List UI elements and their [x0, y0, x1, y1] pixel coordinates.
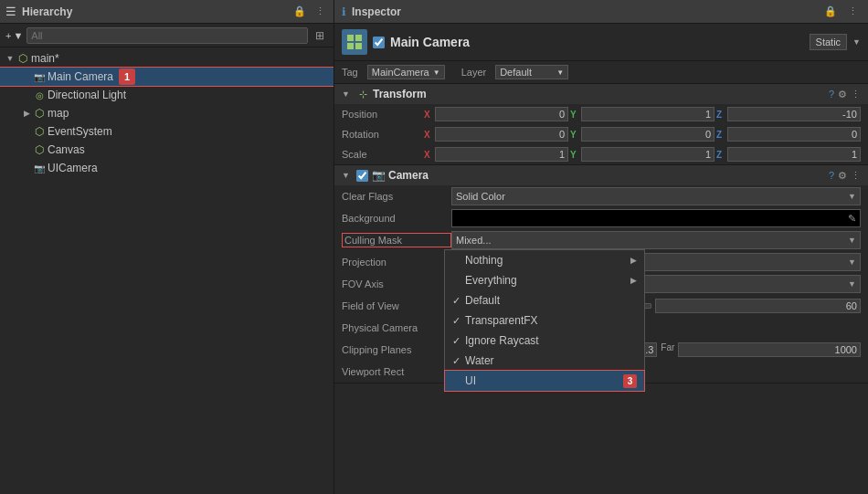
- position-x-axis-label: X: [424, 110, 433, 120]
- transform-help-icon[interactable]: ?: [829, 89, 834, 100]
- culling-mask-arrow: ▼: [848, 236, 856, 245]
- camera-icon-ui: 📷: [33, 162, 46, 174]
- clear-flags-row: Clear Flags Solid Color ▼: [334, 185, 868, 207]
- popup-item-ignore-raycast[interactable]: ✓ Ignore Raycast: [445, 331, 644, 351]
- add-button[interactable]: + ▼: [5, 30, 23, 41]
- popup-label-default: Default: [465, 294, 637, 307]
- inspector-header: ℹ Inspector 🔒 ⋮: [334, 0, 868, 24]
- tag-layer-row: Tag MainCamera ▼ Layer Default ▼: [334, 61, 868, 84]
- more-icon[interactable]: ⋮: [312, 4, 328, 20]
- position-y-axis-label: Y: [570, 110, 579, 120]
- popup-item-transparent-fx[interactable]: ✓ TransparentFX: [445, 310, 644, 331]
- camera-icon-main: 📷: [33, 70, 46, 83]
- position-y-input[interactable]: [581, 107, 715, 121]
- background-label: Background: [342, 213, 451, 224]
- tree-item-main[interactable]: ▼ ⬡ main*: [0, 49, 333, 68]
- camera-help-icon[interactable]: ?: [829, 170, 834, 181]
- transform-menu-icon[interactable]: ⋮: [851, 89, 861, 100]
- tree-label-ui-camera: UICamera: [48, 162, 98, 174]
- svg-rect-3: [355, 43, 362, 49]
- tree-item-canvas[interactable]: ⬡ Canvas: [0, 141, 333, 159]
- transform-section: ▼ ⊹ Transform ? ⚙ ⋮ Position X: [334, 84, 868, 165]
- tree-arrow-canvas: [20, 143, 33, 156]
- search-options-icon[interactable]: ⊞: [312, 27, 328, 44]
- everything-arrow: ▶: [630, 276, 637, 285]
- position-label: Position: [342, 109, 424, 120]
- static-arrow-icon[interactable]: ▼: [852, 37, 861, 47]
- search-input[interactable]: [26, 27, 308, 44]
- camera-menu-icon[interactable]: ⋮: [851, 170, 861, 182]
- tag-dropdown[interactable]: MainCamera ▼: [367, 65, 445, 79]
- popup-label-transparent-fx: TransparentFX: [465, 314, 637, 327]
- layer-label: Layer: [461, 67, 487, 78]
- tree-arrow-map: ▶: [20, 107, 33, 120]
- culling-mask-value: Mixed... ▼: [451, 231, 861, 249]
- transform-header[interactable]: ▼ ⊹ Transform ? ⚙ ⋮: [334, 84, 868, 104]
- nothing-arrow: ▶: [630, 256, 637, 265]
- camera-settings-icon[interactable]: ⚙: [838, 170, 847, 182]
- rotation-x-input[interactable]: [435, 127, 568, 142]
- tree-item-ui-camera[interactable]: 📷 UICamera: [0, 159, 333, 177]
- scale-z-input[interactable]: [727, 147, 861, 162]
- object-active-checkbox[interactable]: [373, 37, 385, 48]
- lock-icon[interactable]: 🔒: [291, 4, 308, 20]
- hierarchy-header: ☰ Hierarchy 🔒 ⋮: [0, 0, 333, 24]
- rotation-z-axis-label: Z: [716, 130, 725, 140]
- hierarchy-toolbar: + ▼ ⊞: [0, 24, 333, 47]
- scale-z-field: Z: [716, 147, 861, 162]
- tree-label-main-camera: Main Camera: [48, 70, 113, 83]
- gameobject-icon-eventsystem: ⬡: [33, 125, 46, 138]
- clear-flags-label: Clear Flags: [342, 191, 451, 202]
- position-row: Position X Y Z: [334, 104, 868, 124]
- scale-x-input[interactable]: [435, 147, 568, 162]
- background-value: ✎: [451, 209, 861, 227]
- clipping-planes-label: Clipping Planes: [342, 344, 451, 355]
- clipping-far-input[interactable]: [678, 342, 861, 357]
- hierarchy-header-icons: 🔒 ⋮: [291, 4, 328, 20]
- transform-tools: ? ⚙ ⋮: [829, 89, 861, 100]
- culling-mask-label: Culling Mask: [342, 233, 451, 247]
- tree-label-main: main*: [31, 52, 59, 65]
- popup-item-ui[interactable]: UI 3: [445, 371, 644, 391]
- tree-item-map[interactable]: ▶ ⬡ map: [0, 104, 333, 122]
- popup-item-everything[interactable]: Everything ▶: [445, 270, 644, 290]
- layer-dropdown-arrow: ▼: [556, 68, 564, 77]
- tree-arrow-light: [20, 89, 33, 101]
- tree-item-event-system[interactable]: ⬡ EventSystem: [0, 122, 333, 141]
- camera-header[interactable]: ▼ 📷 Camera ? ⚙ ⋮: [334, 165, 868, 185]
- tree-item-directional-light[interactable]: ◎ Directional Light: [0, 86, 333, 104]
- transform-icon: ⊹: [356, 88, 369, 100]
- transform-settings-icon[interactable]: ⚙: [838, 89, 847, 100]
- tree-arrow-eventsystem: [20, 125, 33, 138]
- inspector-lock-icon[interactable]: 🔒: [822, 4, 839, 20]
- culling-mask-row: Culling Mask Mixed... ▼ Nothing ▶: [334, 229, 868, 251]
- popup-item-default[interactable]: ✓ Default: [445, 290, 644, 310]
- gameobject-icon-canvas: ⬡: [33, 143, 46, 156]
- clear-flags-dropdown[interactable]: Solid Color ▼: [451, 187, 861, 205]
- scale-y-input[interactable]: [581, 147, 715, 162]
- rotation-y-field: Y: [570, 127, 715, 142]
- static-button[interactable]: Static: [810, 34, 848, 50]
- fov-input[interactable]: [655, 299, 861, 313]
- info-icon: ℹ: [342, 5, 346, 18]
- gameobject-icon-map: ⬡: [33, 107, 46, 120]
- position-fields: X Y Z: [424, 107, 861, 121]
- popup-item-nothing[interactable]: Nothing ▶: [445, 250, 644, 270]
- rotation-y-input[interactable]: [581, 127, 715, 142]
- culling-mask-text: Mixed...: [456, 235, 492, 246]
- position-z-input[interactable]: [727, 107, 861, 121]
- camera-active-checkbox[interactable]: [356, 170, 368, 182]
- layer-dropdown[interactable]: Default ▼: [495, 65, 568, 79]
- camera-tools: ? ⚙ ⋮: [829, 170, 861, 182]
- position-x-input[interactable]: [435, 107, 568, 121]
- rotation-z-input[interactable]: [727, 127, 861, 142]
- tree-item-main-camera[interactable]: 📷 Main Camera 1: [0, 68, 333, 86]
- background-color-field[interactable]: ✎: [451, 209, 861, 227]
- position-x-field: X: [424, 107, 568, 121]
- culling-mask-dropdown[interactable]: Mixed... ▼: [451, 231, 861, 249]
- add-arrow-icon: ▼: [13, 30, 23, 41]
- popup-item-water[interactable]: ✓ Water: [445, 351, 644, 371]
- inspector-menu-icon[interactable]: ⋮: [844, 4, 861, 20]
- scale-y-axis-label: Y: [570, 150, 579, 160]
- water-check: ✓: [452, 355, 465, 367]
